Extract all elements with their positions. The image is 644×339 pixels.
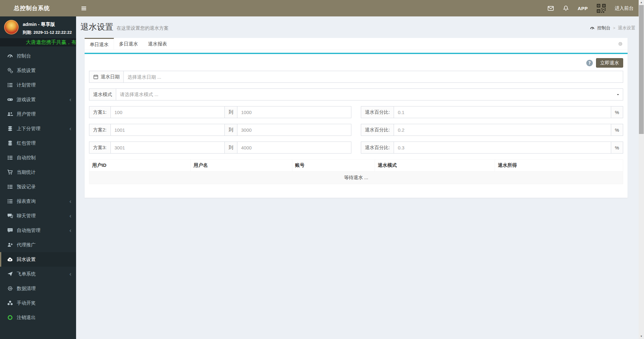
table-header-row: 用户ID 用户名 账号 退水模式 退水所得 xyxy=(89,160,623,172)
sidebar-item-auto-control[interactable]: 自动控制 xyxy=(0,150,76,165)
plan3-to-input[interactable] xyxy=(237,142,351,154)
plan3-pct-input[interactable] xyxy=(394,142,611,154)
plan3-from-input[interactable] xyxy=(110,142,225,154)
paper-plane-icon xyxy=(7,271,13,277)
sidebar-item-redpacket-management[interactable]: 红包管理 xyxy=(0,136,76,150)
breadcrumb-current: 退水设置 xyxy=(618,25,635,31)
top-navbar: 总控制台系统 APP 进入前台 xyxy=(0,0,639,16)
notifications-bell-icon[interactable] xyxy=(563,5,569,12)
plan1-pct-input[interactable] xyxy=(394,106,611,118)
sidebar-item-system-settings[interactable]: 系统设置 xyxy=(0,63,76,78)
sidebar-item-logout[interactable]: 注销退出 xyxy=(0,310,76,325)
sidebar-toggle-button[interactable] xyxy=(76,0,91,16)
plan1-to-input[interactable] xyxy=(237,106,351,118)
plan1-pct-label: 退水百分比: xyxy=(361,106,394,118)
column-rebate-mode: 退水模式 xyxy=(375,160,495,172)
page-title: 退水设置在这里设置您的退水方案 xyxy=(80,21,169,33)
dashboard-icon xyxy=(590,26,595,31)
waiting-rebate-text: 等待退水 ... xyxy=(89,172,623,184)
sidebar-menu: 控制台 系统设置 计划管理 游戏设置‹ 用户管理 上下分管理‹ 红包管理 自动控… xyxy=(0,49,76,325)
select-caret-icon xyxy=(616,93,620,97)
tab-rebate-report[interactable]: 退水报表 xyxy=(143,38,172,50)
sidebar-item-console[interactable]: 控制台 xyxy=(0,49,76,63)
list-icon xyxy=(7,184,13,190)
brand-title[interactable]: 总控制台系统 xyxy=(0,0,76,16)
breadcrumb-home-link[interactable]: 控制台 xyxy=(597,25,611,31)
gear-icon xyxy=(7,285,13,292)
sidebar-item-auto-bot-management[interactable]: 自动拖管理‹ xyxy=(0,223,76,238)
plan2-pct-label: 退水百分比: xyxy=(361,124,394,136)
sidebar-item-order-forward-system[interactable]: 飞单系统‹ xyxy=(0,267,76,281)
vertical-scrollbar[interactable]: ▲ ▼ xyxy=(639,0,644,339)
plan2-pct-input[interactable] xyxy=(394,124,611,136)
plan1-from-input[interactable] xyxy=(110,106,225,118)
sidebar-item-plan-management[interactable]: 计划管理 xyxy=(0,78,76,92)
comment-dots-icon xyxy=(7,227,13,233)
qr-code-icon[interactable] xyxy=(596,3,606,13)
sidebar-item-chat-management[interactable]: 聊天管理‹ xyxy=(0,209,76,223)
sidebar-item-preset-records[interactable]: 预设记录 xyxy=(0,179,76,194)
plan3-pct-label: 退水百分比: xyxy=(361,142,394,154)
column-username: 用户名 xyxy=(191,160,292,172)
sidebar-item-manual-draw[interactable]: 手动开奖 xyxy=(0,296,76,310)
app-link[interactable]: APP xyxy=(578,6,588,11)
gears-icon xyxy=(7,67,13,74)
plan1-pct-unit: % xyxy=(611,106,623,118)
user-expiry: 到期: 2029-11-12 22:22:22 xyxy=(23,30,72,35)
sidebar-item-score-management[interactable]: 上下分管理‹ xyxy=(0,121,76,136)
sidebar-item-agent-promotion[interactable]: 代理推广 xyxy=(0,238,76,252)
sidebar-item-data-cleanup[interactable]: 数据清理 xyxy=(0,281,76,296)
plan2-to-label: 到 xyxy=(224,124,237,136)
scrollbar-up-arrow-icon[interactable]: ▲ xyxy=(639,0,644,5)
page-subtitle: 在这里设置您的退水方案 xyxy=(116,25,169,31)
sidebar-item-game-settings[interactable]: 游戏设置‹ xyxy=(0,92,76,107)
tab-single-day-rebate[interactable]: 单日退水 xyxy=(85,38,114,50)
column-user-id: 用户ID xyxy=(89,160,191,172)
breadcrumb: 控制台 > 退水设置 xyxy=(590,25,635,31)
column-rebate-gain: 退水所得 xyxy=(495,160,623,172)
rebate-mode-select[interactable]: 请选择退水模式 ... xyxy=(116,88,623,100)
rebate-date-input[interactable] xyxy=(123,71,623,83)
rebate-now-button[interactable]: 立即退水 xyxy=(596,58,623,68)
plan2-pct-unit: % xyxy=(611,124,623,136)
chevron-left-icon: ‹ xyxy=(69,271,71,277)
scrollbar-thumb[interactable] xyxy=(639,5,644,134)
cart-icon xyxy=(7,169,13,175)
plan3-label: 方案3: xyxy=(89,142,111,154)
sidebar-item-current-stats[interactable]: 当期统计 xyxy=(0,165,76,179)
messages-icon[interactable] xyxy=(547,5,554,12)
avatar xyxy=(4,20,19,34)
tab-multi-day-rebate[interactable]: 多日退水 xyxy=(114,38,143,50)
comments-icon xyxy=(7,213,13,219)
sidebar-item-report-query[interactable]: 报表查询‹ xyxy=(0,194,76,209)
plan2-to-input[interactable] xyxy=(237,124,351,136)
scrollbar-down-arrow-icon[interactable]: ▼ xyxy=(639,334,644,339)
cubes-icon xyxy=(7,300,13,306)
svg-text:?: ? xyxy=(588,61,591,65)
plan-row-2: 方案2: 到 退水百分比: % xyxy=(89,124,623,136)
enter-frontend-link[interactable]: 进入前台 xyxy=(615,5,634,11)
plan3-to-label: 到 xyxy=(224,142,237,154)
sidebar: admin - 尊享版 到期: 2029-11-12 22:22:22 大唐邀您… xyxy=(0,16,76,339)
plan-row-3: 方案3: 到 退水百分比: % xyxy=(89,142,623,154)
sidebar-item-user-management[interactable]: 用户管理 xyxy=(0,107,76,121)
dashboard-icon xyxy=(7,53,13,59)
plan2-from-input[interactable] xyxy=(110,124,225,136)
rebate-date-row: 退水日期 xyxy=(89,71,623,83)
sidebar-item-rebate-settings[interactable]: 回水设置 xyxy=(0,252,76,267)
hamburger-icon xyxy=(80,5,87,12)
actions-row: ? 立即退水 xyxy=(89,58,623,68)
logout-circle-icon xyxy=(7,314,13,321)
tab-bar: 单日退水 多日退水 退水报表 xyxy=(85,38,628,50)
announcement-marquee: 大唐邀您携手共赢，有 xyxy=(0,38,76,46)
chevron-left-icon: ‹ xyxy=(69,227,71,233)
rebate-users-table: 用户ID 用户名 账号 退水模式 退水所得 等待退水 ... xyxy=(89,159,623,184)
plan-row-1: 方案1: 到 退水百分比: % xyxy=(89,106,623,118)
column-account: 账号 xyxy=(292,160,375,172)
chevron-left-icon: ‹ xyxy=(69,97,71,102)
rebate-settings-card: 单日退水 多日退水 退水报表 ? 立即退水 退水日期 退水模式 请选择退水模式 … xyxy=(85,38,628,198)
help-question-icon[interactable]: ? xyxy=(586,59,593,67)
card-settings-gear-icon[interactable] xyxy=(618,38,628,50)
plan3-pct-unit: % xyxy=(611,142,623,154)
chevron-left-icon: ‹ xyxy=(69,213,71,219)
